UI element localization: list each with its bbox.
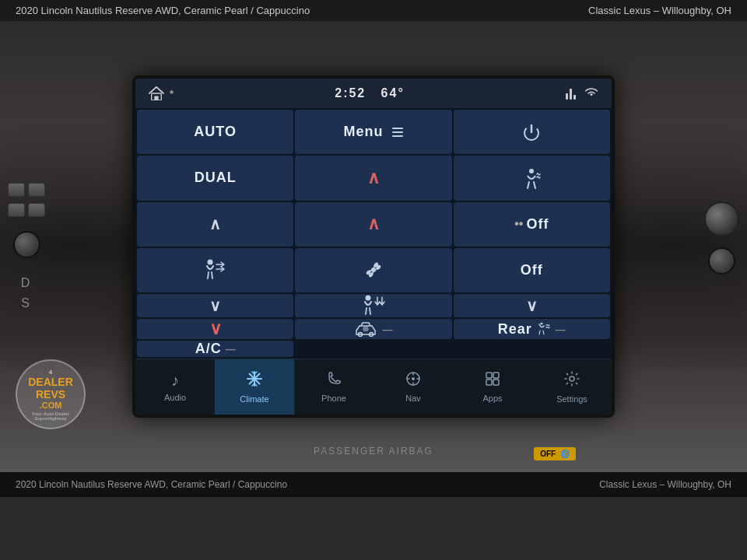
cell-off-right[interactable]: Off <box>454 248 610 292</box>
nav-label-el: Nav <box>405 394 421 403</box>
phone-label: Phone <box>321 394 346 403</box>
header-title: 2020 Lincoln Nautilus Reserve AWD, Ceram… <box>16 5 310 16</box>
settings-label: Settings <box>556 394 587 404</box>
cell-rear[interactable]: Rear — <box>454 319 610 339</box>
svg-rect-24 <box>486 373 492 378</box>
equalizer-icon <box>566 87 576 100</box>
screen-temp: 64° <box>381 86 405 100</box>
cell-car-defrost[interactable]: — <box>295 319 451 339</box>
nav-apps[interactable]: Apps <box>453 359 532 415</box>
nav-nav[interactable]: Nav <box>374 359 453 415</box>
right-knob[interactable] <box>704 201 739 236</box>
infotainment-screen: * 2:52 64° <box>132 75 615 418</box>
climate-label: Climate <box>240 394 268 404</box>
watermark-revs: REVS <box>36 388 65 401</box>
cell-power[interactable] <box>454 110 610 154</box>
screen-nav-bar: ♪ Audio <box>135 359 612 415</box>
watermark: 4 DEALER REVS .COM Your Auto Dealer Supe… <box>16 359 86 429</box>
dots-left: •• <box>514 217 523 231</box>
right-controls <box>704 201 739 275</box>
person-floor-icon <box>360 294 387 317</box>
off-light-icon: 🌀 <box>560 450 570 458</box>
cell-seat-heat[interactable] <box>454 156 610 200</box>
rear-dash: — <box>556 324 566 335</box>
cell-arrow-down-right[interactable]: ∨ <box>137 319 293 339</box>
header-bar: 2020 Lincoln Nautilus Reserve AWD, Ceram… <box>0 0 747 21</box>
watermark-circle: 4 DEALER REVS .COM Your Auto Dealer Supe… <box>16 359 86 429</box>
nav-phone[interactable]: Phone <box>294 359 374 415</box>
svg-point-13 <box>540 323 542 325</box>
settings-icon <box>563 370 580 391</box>
cell-auto[interactable]: AUTO <box>137 110 293 154</box>
cell-arrow-down-left[interactable]: ∨ <box>137 294 293 317</box>
nav-audio[interactable]: ♪ Audio <box>135 359 215 415</box>
left-controls: D S <box>8 183 45 310</box>
svg-point-6 <box>371 268 376 272</box>
left-label: D <box>21 276 33 290</box>
rear-seat-icon <box>536 323 552 335</box>
watermark-com: .COM <box>40 401 62 410</box>
svg-rect-1 <box>154 96 158 100</box>
left-btn-1[interactable] <box>8 183 25 197</box>
rear-row: Rear — <box>498 321 566 338</box>
audio-label: Audio <box>164 393 186 402</box>
screen-content: AUTO Menu <box>135 108 612 359</box>
left-knob[interactable] <box>13 231 40 258</box>
cell-arrow-up-mid[interactable]: ∧ <box>137 202 293 247</box>
screen-status-right <box>566 86 599 101</box>
off-light-text: OFF <box>540 450 556 458</box>
cell-arrow-up-left[interactable]: ∧ <box>295 156 451 200</box>
footer-bar: 2020 Lincoln Nautilus Reserve AWD, Ceram… <box>0 472 747 497</box>
off-left-label: Off <box>526 216 549 233</box>
header-dealer: Classic Lexus – Willoughby, OH <box>588 5 731 16</box>
nav-climate[interactable]: Climate <box>215 359 294 415</box>
screen-time-temp: 2:52 64° <box>335 86 405 100</box>
arrow-down-right-icon: ∨ <box>209 319 222 339</box>
car-small-icon <box>354 321 377 337</box>
ac-dash: — <box>226 343 236 355</box>
car-defrost-row: — <box>354 321 392 337</box>
airbag-area: PASSENGER AIRBAG <box>314 446 433 457</box>
car-dash: — <box>382 324 392 335</box>
svg-rect-25 <box>493 373 499 378</box>
auto-label: AUTO <box>194 124 237 140</box>
svg-point-7 <box>365 296 370 301</box>
apps-label: Apps <box>482 394 502 403</box>
person-airflow-icon <box>202 258 229 282</box>
cell-arrow-down-mid[interactable]: ∨ <box>454 294 610 317</box>
cell-ac[interactable]: A/C — <box>137 341 293 357</box>
nav-settings[interactable]: Settings <box>532 359 612 415</box>
airbag-text: PASSENGER AIRBAG <box>314 446 433 457</box>
phone-icon <box>326 371 342 390</box>
arrow-up-mid-icon: ∧ <box>209 215 221 233</box>
screen-status-left: * <box>148 86 174 100</box>
cell-arrow-up-right[interactable]: ∧ <box>295 202 451 247</box>
menu-lines-icon <box>392 128 403 137</box>
cell-off-left[interactable]: •• Off <box>454 202 610 247</box>
right-knob2[interactable] <box>708 247 735 275</box>
cell-person-direct[interactable] <box>137 248 293 292</box>
cell-menu[interactable]: Menu <box>295 110 451 154</box>
footer-left: 2020 Lincoln Nautilus Reserve AWD, Ceram… <box>16 479 287 490</box>
audio-icon: ♪ <box>171 372 179 390</box>
fan-icon <box>362 258 385 282</box>
svg-point-4 <box>529 169 534 173</box>
watermark-sub: Your Auto Dealer SuperHighway <box>17 411 84 421</box>
dual-label: DUAL <box>195 170 237 186</box>
cell-dual[interactable]: DUAL <box>137 156 293 200</box>
left-btn-2[interactable] <box>28 183 45 197</box>
screen-status-bar: * 2:52 64° <box>135 79 612 108</box>
ac-label: A/C <box>195 341 222 357</box>
watermark-site: DEALER <box>28 376 73 388</box>
off-light: OFF 🌀 <box>534 447 576 460</box>
screen-time: 2:52 <box>335 86 366 100</box>
power-icon <box>521 121 542 143</box>
home-icon[interactable] <box>148 86 165 100</box>
cell-person-floor[interactable] <box>295 294 451 317</box>
screen-inner: * 2:52 64° <box>135 79 612 415</box>
left-btn-3[interactable] <box>8 203 25 217</box>
ac-row: A/C — <box>195 341 236 357</box>
apps-icon <box>485 371 500 390</box>
cell-fan[interactable] <box>295 248 451 292</box>
left-btn-4[interactable] <box>28 203 45 217</box>
